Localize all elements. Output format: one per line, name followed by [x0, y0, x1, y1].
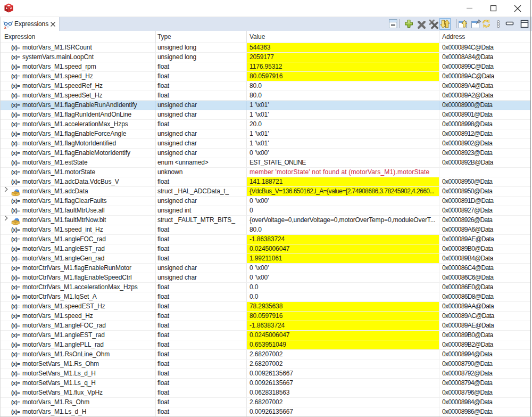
- svg-text:x: x: [4, 26, 6, 29]
- svg-text:=: =: [7, 26, 9, 29]
